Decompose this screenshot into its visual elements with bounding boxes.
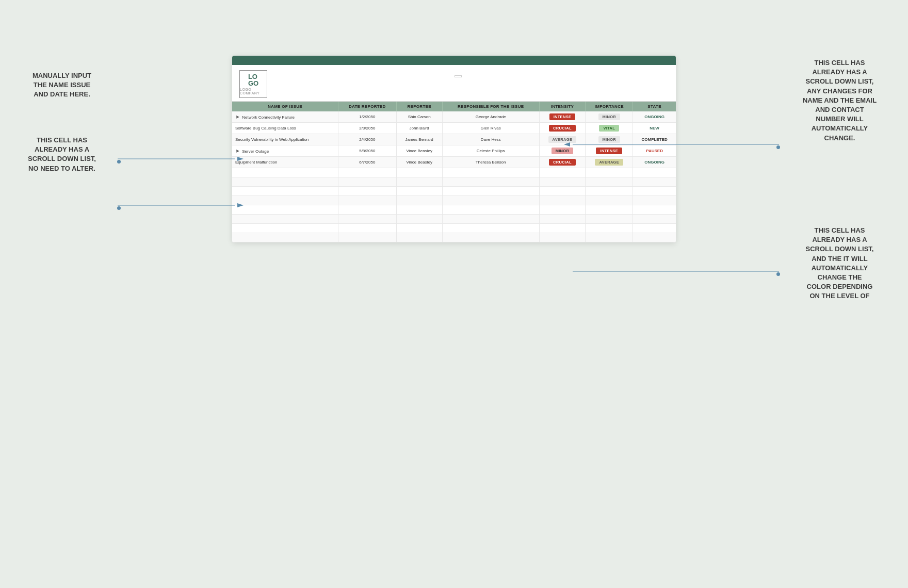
cell-state[interactable]: PAUSED bbox=[633, 145, 676, 157]
col-reportee: REPORTEE bbox=[396, 102, 442, 111]
cell-importance[interactable]: MINOR bbox=[586, 134, 633, 145]
table-row-empty bbox=[232, 233, 676, 242]
empty-cell bbox=[338, 177, 397, 187]
empty-cell bbox=[396, 196, 442, 205]
empty-cell bbox=[442, 177, 539, 187]
empty-cell bbox=[442, 168, 539, 177]
page-title bbox=[0, 0, 908, 25]
empty-cell bbox=[232, 196, 338, 205]
cell-reportee: John Baird bbox=[396, 123, 442, 134]
col-responsible: RESPONSIBLE FOR THE ISSUE bbox=[442, 102, 539, 111]
empty-cell bbox=[539, 224, 586, 233]
empty-cell bbox=[539, 196, 586, 205]
cell-date: 5/8/2050 bbox=[338, 145, 397, 157]
annotation-left-bottom: THIS CELL HASALREADY HAS ASCROLL DOWN LI… bbox=[10, 136, 113, 173]
col-date: DATE REPORTED bbox=[338, 102, 397, 111]
intensity-badge: MINOR bbox=[552, 148, 574, 154]
cell-responsible: Theresa Benson bbox=[442, 157, 539, 168]
table-row-empty bbox=[232, 177, 676, 187]
cell-state[interactable]: ONGOING bbox=[633, 157, 676, 168]
empty-cell bbox=[633, 168, 676, 177]
cell-intensity[interactable]: AVERAGE bbox=[539, 134, 586, 145]
empty-cell bbox=[586, 224, 633, 233]
date-value[interactable] bbox=[455, 75, 462, 77]
empty-cell bbox=[232, 168, 338, 177]
col-state: STATE bbox=[633, 102, 676, 111]
cell-importance[interactable]: MINOR bbox=[586, 111, 633, 123]
cell-date: 2/4/2050 bbox=[338, 134, 397, 145]
col-importance: IMPORTANCE bbox=[586, 102, 633, 111]
table-row-empty bbox=[232, 168, 676, 177]
company-logo: LOGO LOGO COMPANY bbox=[239, 70, 267, 98]
empty-cell bbox=[338, 168, 397, 177]
empty-cell bbox=[442, 187, 539, 196]
company-row: LOGO LOGO COMPANY bbox=[232, 65, 676, 102]
empty-cell bbox=[539, 233, 586, 242]
cell-reportee: James Bernard bbox=[396, 134, 442, 145]
empty-cell bbox=[338, 224, 397, 233]
empty-cell bbox=[442, 205, 539, 215]
cell-name: Equipment Malfunction bbox=[232, 157, 338, 168]
table-row-empty bbox=[232, 215, 676, 224]
spreadsheet-header bbox=[232, 56, 676, 65]
empty-cell bbox=[338, 233, 397, 242]
cell-intensity[interactable]: CRUCIAL bbox=[539, 157, 586, 168]
empty-cell bbox=[442, 215, 539, 224]
empty-cell bbox=[442, 224, 539, 233]
empty-cell bbox=[633, 233, 676, 242]
cell-intensity[interactable]: INTENSE bbox=[539, 111, 586, 123]
empty-cell bbox=[633, 205, 676, 215]
empty-cell bbox=[338, 215, 397, 224]
empty-cell bbox=[396, 233, 442, 242]
empty-cell bbox=[232, 177, 338, 187]
cell-responsible: Dave Hess bbox=[442, 134, 539, 145]
cell-intensity[interactable]: MINOR bbox=[539, 145, 586, 157]
state-value: COMPLETED bbox=[641, 137, 667, 142]
empty-cell bbox=[586, 187, 633, 196]
cell-importance[interactable]: AVERAGE bbox=[586, 157, 633, 168]
cell-name: Software Bug Causing Data Loss bbox=[232, 123, 338, 134]
state-value: ONGOING bbox=[644, 115, 664, 119]
table-header-row: NAME OF ISSUE DATE REPORTED REPORTEE RES… bbox=[232, 102, 676, 111]
table-row: ➤ Network Connectivity Failure 1/2/2050 … bbox=[232, 111, 676, 123]
empty-cell bbox=[586, 205, 633, 215]
table-row-empty bbox=[232, 224, 676, 233]
empty-cell bbox=[442, 233, 539, 242]
table-row: Equipment Malfunction 6/7/2050 Vince Bea… bbox=[232, 157, 676, 168]
team-info bbox=[452, 70, 669, 77]
cell-state[interactable]: ONGOING bbox=[633, 111, 676, 123]
table-row-empty bbox=[232, 205, 676, 215]
empty-cell bbox=[232, 215, 338, 224]
dot-right-top bbox=[776, 145, 780, 149]
spreadsheet-card: LOGO LOGO COMPANY bbox=[232, 56, 676, 242]
cell-importance[interactable]: INTENSE bbox=[586, 145, 633, 157]
empty-cell bbox=[539, 215, 586, 224]
empty-cell bbox=[442, 196, 539, 205]
arrow-icon: ➤ bbox=[235, 114, 239, 120]
state-value: PAUSED bbox=[646, 149, 663, 153]
cell-date: 6/7/2050 bbox=[338, 157, 397, 168]
cell-state[interactable]: NEW bbox=[633, 123, 676, 134]
annotation-right-bottom: THIS CELL HASALREADY HAS ASCROLL DOWN LI… bbox=[779, 226, 900, 301]
cell-responsible: George Andrade bbox=[442, 111, 539, 123]
empty-cell bbox=[232, 224, 338, 233]
empty-cell bbox=[586, 196, 633, 205]
table-row: ➤ Server Outage 5/8/2050 Vince Beasley C… bbox=[232, 145, 676, 157]
empty-cell bbox=[338, 187, 397, 196]
dot-left-bottom bbox=[117, 206, 121, 210]
cell-reportee: Vince Beasley bbox=[396, 157, 442, 168]
cell-reportee: Shin Carson bbox=[396, 111, 442, 123]
col-intensity: INTENSITY bbox=[539, 102, 586, 111]
empty-cell bbox=[633, 177, 676, 187]
cell-state[interactable]: COMPLETED bbox=[633, 134, 676, 145]
table-row-empty bbox=[232, 196, 676, 205]
cell-intensity[interactable]: CRUCIAL bbox=[539, 123, 586, 134]
empty-cell bbox=[396, 205, 442, 215]
cell-date: 2/3/2050 bbox=[338, 123, 397, 134]
importance-badge: INTENSE bbox=[596, 148, 622, 154]
cell-importance[interactable]: VITAL bbox=[586, 123, 633, 134]
empty-cell bbox=[396, 215, 442, 224]
empty-cell bbox=[232, 187, 338, 196]
intensity-badge: AVERAGE bbox=[548, 136, 577, 143]
dot-right-bottom bbox=[776, 272, 780, 276]
